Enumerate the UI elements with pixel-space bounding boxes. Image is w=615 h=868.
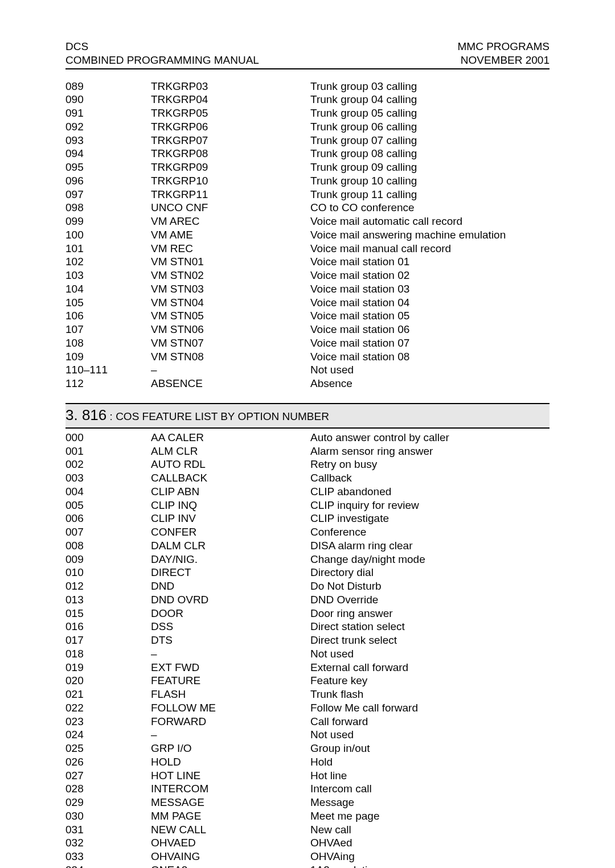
cell-number: 108 <box>65 336 151 350</box>
table-row: 110–111–Not used <box>65 363 550 377</box>
cell-code: FEATURE <box>151 674 310 688</box>
cell-description: Message <box>310 796 550 809</box>
table-row: 020FEATUREFeature key <box>65 674 550 688</box>
cell-description: Voice mail station 03 <box>310 282 550 296</box>
cell-description: Trunk group 03 calling <box>310 80 550 93</box>
table-row: 101VM RECVoice mail manual call record <box>65 242 550 256</box>
cell-code: CLIP INQ <box>151 499 310 512</box>
cell-description: Not used <box>310 647 550 661</box>
cell-number: 105 <box>65 296 151 310</box>
cell-description: Voice mail station 01 <box>310 255 550 269</box>
table-row: 108VM STN07Voice mail station 07 <box>65 336 550 350</box>
cell-number: 091 <box>65 106 151 120</box>
table-row: 004CLIP ABNCLIP abandoned <box>65 485 550 499</box>
cell-number: 030 <box>65 809 151 823</box>
table-row: 029MESSAGEMessage <box>65 796 550 809</box>
cell-description: DISA alarm ring clear <box>310 539 550 553</box>
cell-code: DAY/NIG. <box>151 553 310 566</box>
table-row: 090TRKGRP04Trunk group 04 calling <box>65 93 550 106</box>
cell-description: New call <box>310 823 550 837</box>
cell-description: Directory dial <box>310 566 550 579</box>
cell-number: 009 <box>65 553 151 566</box>
cell-number: 002 <box>65 458 151 471</box>
cell-description: Call forward <box>310 715 550 729</box>
cell-description: CLIP investigate <box>310 512 550 525</box>
table-row: 028INTERCOMIntercom call <box>65 782 550 796</box>
cell-description: OHVAing <box>310 850 550 863</box>
cell-description: Hold <box>310 755 550 769</box>
table-row: 003CALLBACKCallback <box>65 471 550 485</box>
table-row: 027HOT LINEHot line <box>65 769 550 783</box>
cell-description: Trunk group 07 calling <box>310 134 550 147</box>
cell-description: Trunk group 08 calling <box>310 147 550 161</box>
cell-description: Voice mail station 05 <box>310 309 550 323</box>
cell-description: Trunk flash <box>310 688 550 701</box>
cell-code: VM AREC <box>151 215 310 228</box>
cell-number: 090 <box>65 93 151 106</box>
table-row: 018–Not used <box>65 647 550 661</box>
cell-code: VM REC <box>151 242 310 256</box>
table-row: 000AA CALERAuto answer control by caller <box>65 431 550 445</box>
cell-code: VM STN07 <box>151 336 310 350</box>
cell-description: DND Override <box>310 593 550 607</box>
section-title: : COS FEATURE LIST BY OPTION NUMBER <box>106 410 329 422</box>
cell-code: FORWARD <box>151 715 310 729</box>
cell-code: NEW CALL <box>151 823 310 837</box>
cell-number: 031 <box>65 823 151 837</box>
cell-code: TRKGRP03 <box>151 80 310 93</box>
table-row: 106VM STN05Voice mail station 05 <box>65 309 550 323</box>
cell-code: VM AME <box>151 228 310 242</box>
cell-code: DALM CLR <box>151 539 310 553</box>
cell-description: Meet me page <box>310 809 550 823</box>
cell-code: GRP I/O <box>151 742 310 755</box>
cell-number: 001 <box>65 445 151 458</box>
cell-code: VM STN03 <box>151 282 310 296</box>
cell-number: 018 <box>65 647 151 661</box>
cell-number: 100 <box>65 228 151 242</box>
cell-description: Direct station select <box>310 620 550 633</box>
cell-description: Voice mail station 06 <box>310 323 550 336</box>
cell-code: VM STN01 <box>151 255 310 269</box>
cell-description: Door ring answer <box>310 607 550 620</box>
table-row: 096TRKGRP10Trunk group 10 calling <box>65 174 550 188</box>
table-row: 015DOORDoor ring answer <box>65 607 550 620</box>
cell-description: External call forward <box>310 661 550 674</box>
table-row: 009DAY/NIG.Change day/night mode <box>65 553 550 566</box>
table-row: 025GRP I/OGroup in/out <box>65 742 550 755</box>
cell-number: 099 <box>65 215 151 228</box>
table-row: 002AUTO RDLRetry on busy <box>65 458 550 471</box>
cell-number: 020 <box>65 674 151 688</box>
cell-code: CALLBACK <box>151 471 310 485</box>
cell-code: TRKGRP07 <box>151 134 310 147</box>
table-row: 089TRKGRP03Trunk group 03 calling <box>65 80 550 93</box>
cell-number: 102 <box>65 255 151 269</box>
cell-number: 033 <box>65 850 151 863</box>
cell-number: 013 <box>65 593 151 607</box>
cell-code: TRKGRP10 <box>151 174 310 188</box>
table-row: 010DIRECTDirectory dial <box>65 566 550 579</box>
page: DCS COMBINED PROGRAMMING MANUAL MMC PROG… <box>0 0 615 868</box>
table-row: 019EXT FWDExternal call forward <box>65 661 550 674</box>
cell-code: VM STN04 <box>151 296 310 310</box>
cell-number: 017 <box>65 633 151 647</box>
table-row: 021FLASHTrunk flash <box>65 688 550 701</box>
cell-code: VM STN06 <box>151 323 310 336</box>
cell-description: Voice mail station 08 <box>310 350 550 364</box>
cell-code: – <box>151 647 310 661</box>
cell-description: Feature key <box>310 674 550 688</box>
cell-number: 019 <box>65 661 151 674</box>
cell-code: DTS <box>151 633 310 647</box>
table-row: 100VM AMEVoice mail answering machine em… <box>65 228 550 242</box>
cell-code: DIRECT <box>151 566 310 579</box>
header-right-line2: NOVEMBER 2001 <box>458 54 550 67</box>
table-row: 103VM STN02Voice mail station 02 <box>65 269 550 282</box>
cell-code: – <box>151 363 310 377</box>
table-row: 006CLIP INVCLIP investigate <box>65 512 550 525</box>
cell-code: OHVAING <box>151 850 310 863</box>
cell-number: 094 <box>65 147 151 161</box>
cell-description: Hot line <box>310 769 550 783</box>
table-row: 001ALM CLRAlarm sensor ring answer <box>65 445 550 458</box>
cell-number: 006 <box>65 512 151 525</box>
table-row: 012DNDDo Not Disturb <box>65 579 550 593</box>
table-row: 091TRKGRP05Trunk group 05 calling <box>65 106 550 120</box>
